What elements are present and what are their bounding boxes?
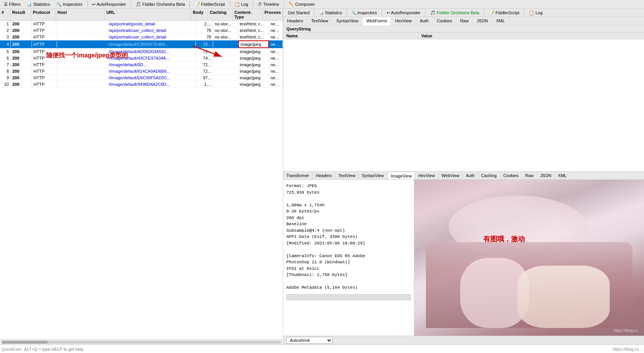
fiddlerscript-icon: 📝	[195, 2, 200, 7]
statistics-button[interactable]: 📊 Statistics	[24, 1, 52, 8]
sep-r3	[382, 9, 382, 16]
lower-tab-syntaxview[interactable]: SyntaxView	[359, 172, 387, 179]
statistics-right-button[interactable]: 📊 Statistics	[316, 10, 345, 16]
hscroll[interactable]	[0, 339, 283, 345]
lower-tab-json[interactable]: JSON	[537, 172, 555, 179]
empty-area	[286, 300, 411, 323]
session-row[interactable]: 10200HTTP//image/default/9498D4A2C6D...1…	[0, 81, 283, 88]
quickexec-input[interactable]	[24, 347, 613, 351]
fiddlerscript-button[interactable]: 📝 FiddlerScript	[192, 1, 227, 8]
lower-tab-headers[interactable]: Headers	[313, 172, 336, 179]
session-row[interactable]: 6200HTTP//image/default/43CFE97A34A...74…	[0, 55, 283, 62]
lower-tab-cookies[interactable]: Cookies	[500, 172, 522, 179]
watermark: https://blog.cs...	[614, 328, 641, 333]
lower-tab-transformer[interactable]: Transformer	[283, 172, 313, 179]
tab-json[interactable]: JSON	[473, 17, 492, 25]
col-header-host: Host	[56, 9, 105, 20]
sep6	[284, 1, 284, 8]
tab-raw[interactable]: Raw	[456, 17, 473, 25]
inspectors-right-button[interactable]: 🔍 Inspectors	[348, 10, 380, 16]
top-toolbar: ☰ Filters 📊 Statistics 🔍 Inspectors ↩ Au…	[0, 0, 644, 9]
autoresponder-icon: ↩	[92, 2, 96, 7]
timeline-icon: ⏱	[258, 2, 262, 7]
autoshrink-select[interactable]: Autoshrink	[286, 337, 333, 344]
autoresponder-right-button[interactable]: ↩ AutoResponder	[383, 10, 424, 16]
querystring-header: QueryString	[283, 25, 644, 33]
col-header-caching: Caching	[208, 9, 233, 20]
lower-tab-imageview[interactable]: ImageView	[387, 172, 415, 180]
timeline-button[interactable]: ⏱ Timeline	[256, 1, 281, 7]
sep-r6	[524, 9, 524, 16]
session-row[interactable]: 3200HTTP/api/portrait/user_collect_detai…	[0, 34, 283, 40]
orchestra-button[interactable]: 🎵 Fiddler Orchestra Beta	[133, 1, 187, 8]
tab-headers[interactable]: Headers	[283, 17, 308, 25]
tab-hexview[interactable]: HexView	[391, 17, 416, 25]
lower-tab-raw[interactable]: Raw	[522, 172, 537, 179]
sep1	[87, 1, 87, 8]
sep-r1	[314, 9, 314, 16]
tab-syntaxview[interactable]: SyntaxView	[332, 17, 362, 25]
sessions-wrapper: 1200HTTP/api/portrait/goods_detail2,...n…	[0, 21, 283, 339]
image-metadata: Format: JPEG 725,939 bytes 1,080w x 1,75…	[286, 183, 411, 291]
lower-tab-textview[interactable]: TextView	[335, 172, 359, 179]
sessions-panel: # Result Protocol Host URL Body Caching …	[0, 9, 283, 345]
tab-cookies[interactable]: Cookies	[433, 17, 456, 25]
status-url: https://blog.cs...	[613, 347, 642, 351]
imageview-content: Format: JPEG 725,939 bytes 1,080w x 1,75…	[283, 180, 644, 336]
lower-bottom: Autoshrink	[283, 336, 644, 345]
lower-tab-caching[interactable]: Caching	[478, 172, 500, 179]
log-icon: 📋	[235, 2, 240, 7]
lower-tab-auth[interactable]: Auth	[463, 172, 478, 179]
sep-r5	[484, 9, 484, 16]
tab-auth[interactable]: Auth	[416, 17, 433, 25]
session-row[interactable]: 8200HTTP//image/default/614CA9AD6B8...72…	[0, 68, 283, 75]
main-container: # Result Protocol Host URL Body Caching …	[0, 9, 644, 345]
sep2	[131, 1, 131, 8]
lower-tabs-row: TransformerHeadersTextViewSyntaxViewImag…	[283, 172, 644, 180]
imageview-image-area: 有图哦，激动 https://blog.cs...	[414, 180, 644, 336]
log-right-button[interactable]: 📋 Log	[526, 10, 545, 16]
autoresponder-button[interactable]: ↩ AutoResponder	[90, 1, 128, 8]
quickexec-label: QuickExec	[2, 347, 22, 351]
statistics-icon: 📊	[27, 2, 32, 7]
session-row[interactable]: 2200HTTP/api/portrait/user_collect_detai…	[0, 27, 283, 34]
tab-webforms[interactable]: WebForms	[363, 17, 392, 25]
sep5	[253, 1, 253, 8]
col-header-body: Body	[191, 9, 208, 20]
sep-r2	[346, 9, 347, 16]
filters-button[interactable]: ☰ Filters	[2, 1, 23, 8]
session-row[interactable]: 7200HTTP//image/default/0D...72...image/…	[0, 62, 283, 68]
tab-xml[interactable]: XML	[492, 17, 509, 25]
get-started-button[interactable]: Get Started	[285, 10, 313, 16]
col-header-url: URL	[105, 9, 191, 20]
orchestra-right-button[interactable]: 🎵 Fiddler Orchestra Beta	[427, 10, 483, 16]
session-row[interactable]: 9200HTTP//image/default/D6C89F5AD3C...97…	[0, 75, 283, 81]
sessions-header: # Result Protocol Host URL Body Caching …	[0, 9, 283, 21]
lower-right: TransformerHeadersTextViewSyntaxViewImag…	[283, 172, 644, 345]
col-header-process: Process	[263, 9, 283, 20]
lower-tab-xml[interactable]: XML	[555, 172, 570, 179]
orchestra-icon: 🎵	[136, 2, 141, 7]
qs-table: Name Value	[283, 33, 644, 171]
hscroll-thumb[interactable]	[2, 341, 48, 344]
right-toolbar: Get Started 📊 Statistics 🔍 Inspectors ↩ …	[283, 9, 644, 17]
hscroll-track	[2, 341, 281, 344]
tab-textview[interactable]: TextView	[308, 17, 333, 25]
col-header-contenttype: Content-Type	[233, 9, 263, 20]
sep4	[230, 1, 230, 8]
session-rows: 1200HTTP/api/portrait/goods_detail2,...n…	[0, 21, 283, 88]
col-header-protocol: Protocol	[31, 9, 56, 20]
composer-button[interactable]: ✏️ Composer	[286, 1, 317, 8]
right-panel: Get Started 📊 Statistics 🔍 Inspectors ↩ …	[283, 9, 644, 345]
inner-scrollbar[interactable]	[286, 294, 411, 300]
session-row[interactable]: 1200HTTP/api/portrait/goods_detail2,...n…	[0, 21, 283, 27]
log-button[interactable]: 📋 Log	[232, 1, 251, 8]
lower-tab-hexview[interactable]: HexView	[415, 172, 438, 179]
lower-tab-webview[interactable]: WebView	[439, 172, 463, 179]
session-row[interactable]: 5200HTTP//image/default/AD05D03A592...72…	[0, 49, 283, 55]
session-row[interactable]: 4200HTTP//image/default/C959057E460...72…	[0, 40, 283, 49]
col-header-result: Result	[11, 9, 32, 20]
filters-icon: ☰	[4, 2, 8, 7]
fiddlerscript-right-button[interactable]: 📝 FiddlerScript	[486, 10, 523, 16]
inspectors-button[interactable]: 🔍 Inspectors	[54, 1, 85, 8]
